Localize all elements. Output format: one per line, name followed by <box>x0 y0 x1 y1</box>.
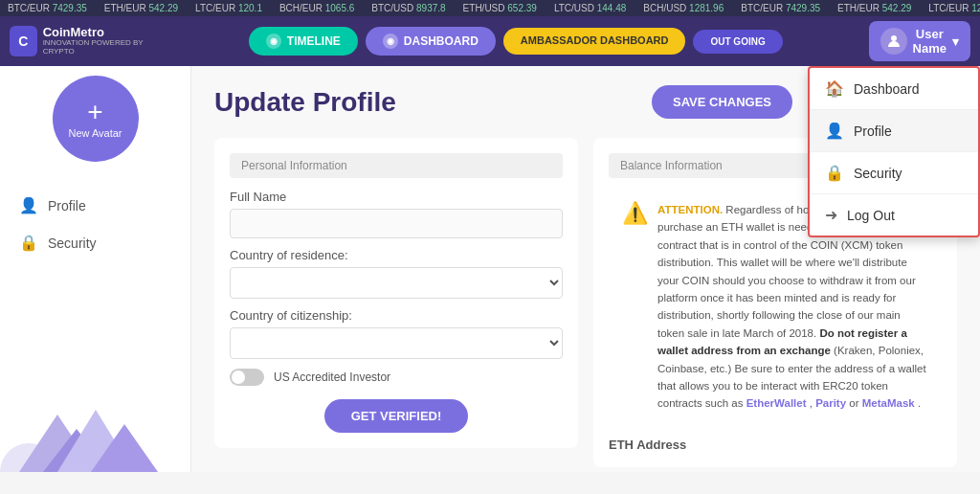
dashboard-button[interactable]: ◉ DASHBOARD <box>366 27 496 56</box>
dropdown-profile-label: Profile <box>854 124 892 139</box>
sidebar-item-security[interactable]: 🔒 Security <box>0 224 190 261</box>
ticker-item: BCH/EUR 1065.6 <box>279 3 354 13</box>
dropdown-item-profile[interactable]: 👤 Profile <box>810 110 978 152</box>
lock-icon: 🔒 <box>825 164 844 182</box>
get-verified-button[interactable]: GET VERIFIED! <box>324 399 469 433</box>
svg-point-0 <box>891 35 897 41</box>
ticker-bar: BTC/EUR 7429.35 ETH/EUR 542.29 LTC/EUR 1… <box>0 0 980 16</box>
fullname-input[interactable] <box>230 209 563 238</box>
profile-icon: 👤 <box>825 122 844 140</box>
logo: C CoinMetro INNOVATION POWERED BY CRYPTO <box>10 26 163 56</box>
us-investor-row: US Accredited Investor <box>230 369 563 386</box>
attention-text4: or <box>849 397 861 409</box>
us-investor-label: US Accredited Investor <box>274 370 390 384</box>
ticker-item: BTC/USD 8937.8 <box>371 3 445 13</box>
user-dropdown-arrow: ▾ <box>952 34 959 49</box>
user-dropdown-menu: 🏠 Dashboard 👤 Profile 🔒 Security ➜ Log O… <box>808 66 980 237</box>
parity-link[interactable]: Parity <box>815 397 846 409</box>
logo-text: CoinMetro INNOVATION POWERED BY CRYPTO <box>43 26 163 56</box>
ticker-item: ETH/USD 652.39 <box>463 3 537 13</box>
sidebar-security-label: Security <box>48 236 97 251</box>
timeline-button[interactable]: ◉ TIMELINE <box>249 27 358 56</box>
logo-name: CoinMetro <box>43 26 163 39</box>
save-changes-button[interactable]: SAVE CHANGES <box>652 85 792 119</box>
ticker-item: BTC/EUR 7429.35 <box>8 3 87 13</box>
timeline-label: TIMELINE <box>287 34 341 48</box>
sidebar-item-profile[interactable]: 👤 Profile <box>0 187 190 224</box>
country-citizenship-label: Country of citizenship: <box>230 308 563 323</box>
logo-sub: INNOVATION POWERED BY CRYPTO <box>43 39 163 56</box>
metamask-link[interactable]: MetaMask <box>862 397 915 409</box>
dropdown-dashboard-label: Dashboard <box>854 81 920 97</box>
country-residence-label: Country of residence: <box>230 248 563 262</box>
ticker-item: LTC/EUR 120.1 <box>928 3 980 13</box>
sidebar-nav: 👤 Profile 🔒 Security <box>0 187 190 261</box>
sidebar-profile-icon: 👤 <box>19 196 38 214</box>
us-investor-toggle[interactable] <box>230 369 264 386</box>
dropdown-item-security[interactable]: 🔒 Security <box>810 152 978 194</box>
ticker-item: LTC/EUR 120.1 <box>195 3 262 13</box>
mountain-illustration <box>0 395 191 472</box>
etherwallet-link[interactable]: EtherWallet <box>746 397 807 409</box>
avatar-upload[interactable]: + New Avatar <box>53 76 139 162</box>
sidebar-security-icon: 🔒 <box>19 234 38 252</box>
warning-icon: ⚠️ <box>622 201 648 413</box>
dropdown-security-label: Security <box>854 166 902 181</box>
ticker-item: ETH/EUR 542.29 <box>104 3 178 13</box>
top-nav: C CoinMetro INNOVATION POWERED BY CRYPTO… <box>0 16 980 66</box>
sidebar: + New Avatar 👤 Profile 🔒 Security <box>0 66 191 472</box>
country-residence-select[interactable] <box>230 267 563 299</box>
dropdown-item-logout[interactable]: ➜ Log Out <box>810 194 978 236</box>
avatar-label: New Avatar <box>68 127 122 139</box>
eth-address-label: ETH Address <box>609 438 942 452</box>
timeline-icon: ◉ <box>266 34 281 49</box>
outgoing-label: OUT GOING <box>710 36 765 47</box>
ambassador-label: AMBASSADOR DASHBOARD <box>521 34 669 47</box>
home-icon: 🏠 <box>825 79 844 98</box>
country-citizenship-select[interactable] <box>230 327 563 359</box>
ambassador-button[interactable]: AMBASSADOR DASHBOARD <box>503 28 686 54</box>
dashboard-icon: ◉ <box>383 34 398 49</box>
toggle-knob <box>232 370 245 384</box>
left-column: Personal Information Full Name Country o… <box>214 138 578 472</box>
nav-links: ◉ TIMELINE ◉ DASHBOARD AMBASSADOR DASHBO… <box>163 27 869 56</box>
logout-icon: ➜ <box>825 206 837 224</box>
sidebar-profile-label: Profile <box>48 198 86 213</box>
outgoing-button[interactable]: OUT GOING <box>693 30 782 54</box>
ticker-item: ETH/EUR 542.29 <box>837 3 911 13</box>
attention-text5: . <box>918 397 921 409</box>
personal-info-label: Personal Information <box>230 153 563 178</box>
ticker-item: BCH/USD 1281.96 <box>643 3 724 13</box>
dashboard-label: DASHBOARD <box>404 34 479 48</box>
user-name: User Name <box>913 27 947 56</box>
personal-info-card: Personal Information Full Name Country o… <box>214 138 578 448</box>
user-avatar <box>880 28 907 55</box>
logo-icon: C <box>10 26 37 56</box>
dropdown-logout-label: Log Out <box>847 208 895 223</box>
fullname-label: Full Name <box>230 190 563 204</box>
dropdown-item-dashboard[interactable]: 🏠 Dashboard <box>810 68 978 110</box>
ticker-item: BTC/EUR 7429.35 <box>741 3 820 13</box>
avatar-plus-icon: + <box>87 99 102 125</box>
ticker-item: LTC/USD 144.48 <box>554 3 626 13</box>
page-title: Update Profile <box>214 87 636 118</box>
user-menu-button[interactable]: User Name ▾ <box>869 21 970 61</box>
attention-highlight: ATTENTION. <box>657 204 723 215</box>
